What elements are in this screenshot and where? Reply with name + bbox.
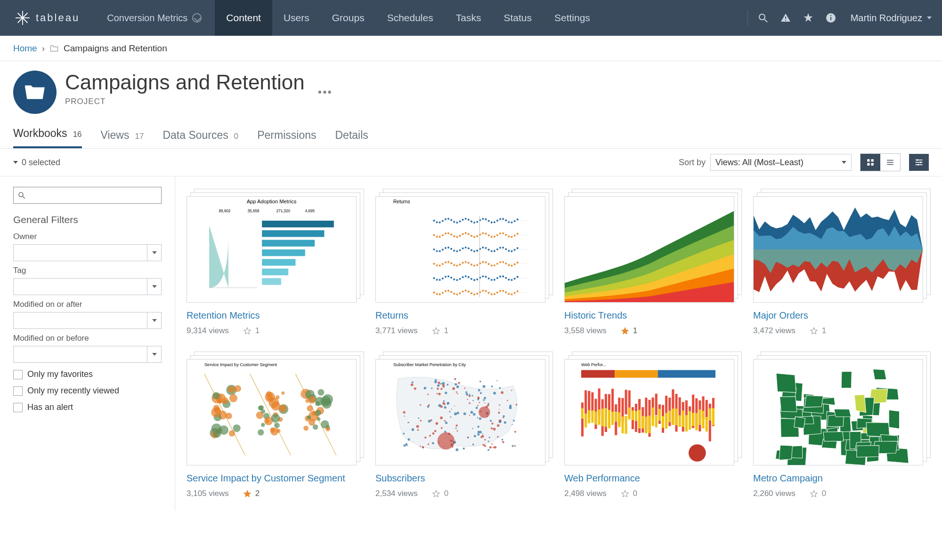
svg-rect-522 — [679, 397, 681, 416]
svg-point-113 — [462, 248, 464, 249]
svg-point-157 — [499, 261, 501, 263]
workbook-title-link[interactable]: Metro Campaign — [753, 472, 931, 484]
nav-groups[interactable]: Groups — [321, 0, 376, 36]
workbook-title-link[interactable]: Returns — [375, 309, 553, 321]
workbook-thumbnail[interactable]: Subscriber Market Penetration by City — [375, 352, 553, 465]
sort-select[interactable]: Views: All (Most–Least) — [710, 154, 852, 171]
breadcrumb-home[interactable]: Home — [13, 43, 37, 54]
svg-point-202 — [450, 291, 452, 293]
svg-point-121 — [485, 247, 487, 249]
mod-after-select[interactable] — [13, 312, 162, 329]
svg-point-299 — [325, 427, 330, 432]
favorite-toggle[interactable]: 2 — [243, 489, 260, 498]
svg-point-90 — [485, 232, 487, 234]
svg-point-225 — [517, 290, 519, 292]
svg-point-89 — [482, 232, 484, 234]
tab-details[interactable]: Details — [335, 129, 368, 148]
svg-point-110 — [453, 250, 455, 252]
favorite-toggle[interactable]: 1 — [243, 326, 260, 336]
svg-rect-35 — [262, 259, 295, 265]
svg-point-422 — [438, 393, 440, 395]
filter-search[interactable] — [13, 187, 162, 204]
nav-settings[interactable]: Settings — [543, 0, 601, 36]
svg-point-236 — [233, 424, 240, 432]
nav-schedules[interactable]: Schedules — [376, 0, 445, 36]
nav-status[interactable]: Status — [492, 0, 543, 36]
svg-point-368 — [436, 393, 438, 394]
selection-dropdown[interactable]: 0 selected — [13, 158, 60, 168]
search-icon[interactable] — [752, 0, 774, 36]
alerts-icon[interactable] — [774, 0, 797, 36]
grid-view-button[interactable] — [861, 154, 880, 171]
svg-point-163 — [517, 262, 519, 264]
svg-point-481 — [452, 387, 455, 390]
nav-content[interactable]: Content — [215, 0, 272, 36]
svg-point-469 — [484, 402, 485, 403]
favorite-toggle[interactable]: 1 — [621, 326, 637, 336]
tab-workbooks[interactable]: Workbooks16 — [13, 127, 82, 148]
favorites-icon[interactable] — [797, 0, 820, 36]
svg-point-355 — [403, 411, 405, 414]
workbook-title-link[interactable]: Web Performance — [564, 472, 742, 484]
only-favorites-checkbox[interactable]: Only my favorites — [13, 369, 162, 379]
general-filters-header: General Filters — [13, 214, 162, 225]
list-view-button[interactable] — [880, 154, 900, 171]
filter-search-input[interactable] — [29, 191, 157, 200]
favorite-toggle[interactable]: 0 — [621, 489, 637, 498]
workbook-thumbnail[interactable] — [753, 189, 931, 303]
filter-toggle-button[interactable] — [909, 154, 929, 171]
svg-point-184 — [488, 278, 490, 280]
svg-point-137 — [442, 263, 444, 265]
svg-rect-10 — [830, 15, 831, 16]
mod-before-select[interactable] — [13, 346, 162, 363]
favorite-toggle[interactable]: 1 — [810, 326, 826, 336]
workbook-title-link[interactable]: Historic Trends — [564, 309, 742, 321]
favorite-toggle[interactable]: 0 — [432, 489, 448, 498]
workbook-title-link[interactable]: Retention Metrics — [187, 309, 364, 321]
workbook-title-link[interactable]: Subscribers — [375, 472, 553, 484]
workbook-thumbnail[interactable]: App Adoption Metrics 88,90235,658271,320… — [187, 189, 364, 303]
workbook-title-link[interactable]: Service Impact by Customer Segment — [187, 472, 364, 484]
more-actions-button[interactable]: ••• — [318, 86, 333, 99]
svg-point-269 — [270, 427, 275, 432]
workbook-thumbnail[interactable]: Returns — [375, 189, 553, 303]
svg-point-23 — [918, 164, 919, 165]
favorite-count: 1 — [633, 326, 637, 336]
svg-point-397 — [484, 397, 486, 399]
nav-tasks[interactable]: Tasks — [445, 0, 493, 36]
breadcrumb-separator: › — [42, 43, 45, 54]
workbook-card: Subscriber Market Penetration by City Su… — [375, 352, 553, 498]
site-picker[interactable]: Conversion Metrics — [94, 13, 215, 24]
has-alert-checkbox[interactable]: Has an alert — [13, 402, 162, 412]
favorite-toggle[interactable]: 0 — [810, 489, 826, 498]
tab-data-sources[interactable]: Data Sources0 — [162, 129, 238, 148]
owner-select[interactable] — [13, 244, 162, 261]
only-recent-checkbox[interactable]: Only my recently viewed — [13, 386, 162, 396]
workbook-views: 9,314 views — [187, 326, 229, 336]
search-icon — [17, 191, 26, 200]
tab-views[interactable]: Views17 — [101, 129, 144, 148]
workbook-thumbnail[interactable]: Service Impact by Customer Segment — [187, 352, 364, 465]
nav-users[interactable]: Users — [272, 0, 321, 36]
workbook-thumbnail[interactable] — [564, 189, 742, 303]
svg-point-336 — [435, 422, 438, 425]
favorite-toggle[interactable]: 1 — [432, 326, 448, 336]
svg-point-405 — [403, 433, 405, 435]
workbook-thumbnail[interactable] — [753, 352, 931, 465]
svg-point-78 — [450, 233, 452, 235]
tab-permissions[interactable]: Permissions — [257, 129, 316, 148]
info-icon[interactable] — [820, 0, 842, 36]
svg-point-434 — [493, 428, 496, 431]
workbook-thumbnail[interactable]: Web Perfor... — [564, 352, 742, 465]
svg-point-274 — [271, 401, 281, 411]
tag-select[interactable] — [13, 278, 162, 295]
logo[interactable]: tableau — [0, 9, 94, 26]
user-menu[interactable]: Martin Rodriguez — [842, 13, 942, 24]
svg-point-19 — [917, 159, 918, 160]
svg-line-25 — [23, 196, 25, 199]
workbook-views: 3,771 views — [375, 326, 418, 336]
svg-point-341 — [512, 445, 513, 447]
workbook-title-link[interactable]: Major Orders — [753, 309, 931, 321]
svg-point-233 — [235, 385, 241, 392]
svg-point-106 — [442, 249, 444, 251]
